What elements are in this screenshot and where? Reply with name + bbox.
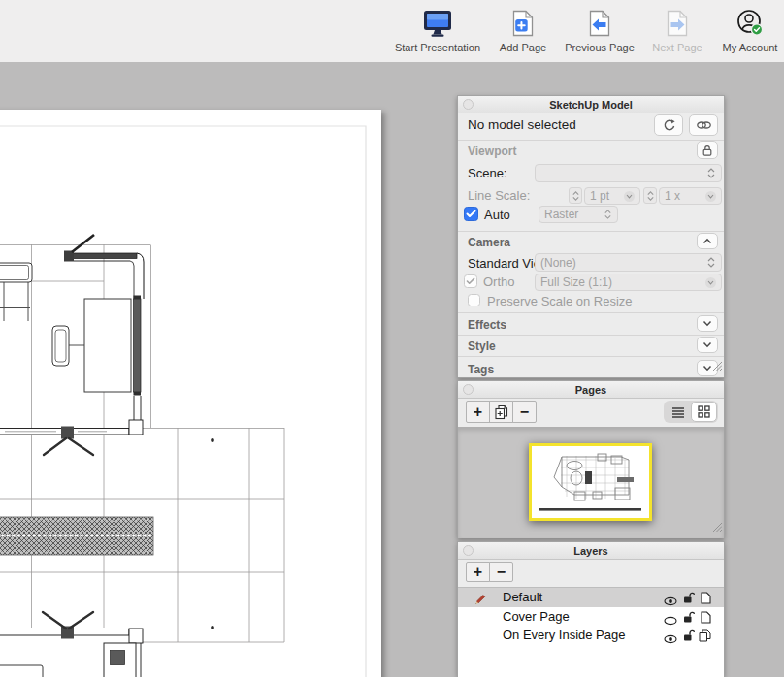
camera-collapse-button[interactable] [697, 233, 718, 249]
minus-icon: − [497, 564, 506, 580]
start-presentation-label: Start Presentation [375, 42, 501, 53]
layer-row-cover-page[interactable]: Cover Page [458, 607, 724, 627]
previous-page-label: Previous Page [557, 42, 642, 53]
layer-name: On Every Inside Page [503, 628, 625, 642]
viewport-section-label: Viewport [468, 145, 516, 158]
layers-panel-header: Layers [458, 542, 724, 560]
refresh-model-button[interactable] [654, 114, 683, 136]
stepper-icon [706, 167, 716, 179]
layers-panel-title: Layers [573, 545, 607, 557]
remove-layer-button[interactable]: − [489, 562, 513, 582]
scene-label: Scene: [468, 166, 506, 180]
standard-view-select[interactable]: (None) [535, 253, 722, 272]
layer-row-default[interactable]: Default [458, 588, 724, 607]
layers-panel: Layers + − Default [457, 541, 725, 677]
render-mode-select[interactable]: Raster [539, 206, 618, 223]
add-page-label: Add Page [491, 42, 555, 53]
layer-list: Default [458, 587, 724, 677]
panel-resize-grip[interactable] [712, 519, 722, 536]
preserve-scale-label: Preserve Scale on Resize [487, 294, 633, 308]
remove-page-button[interactable]: − [512, 401, 537, 423]
next-page-button[interactable]: Next Page [646, 8, 708, 53]
style-expand-button[interactable] [697, 337, 718, 353]
ortho-scale-value: Full Size (1:1) [540, 275, 612, 289]
auto-checkbox[interactable] [464, 207, 478, 221]
panel-collapse-circle[interactable] [463, 99, 474, 110]
previous-page-button[interactable]: Previous Page [557, 8, 642, 53]
page-thumbnail-area[interactable] [458, 427, 724, 538]
model-status-text: No model selected [468, 117, 576, 132]
sketchup-model-panel-title: SketchUp Model [549, 99, 633, 111]
check-icon [466, 210, 476, 218]
list-view-button[interactable] [665, 402, 691, 422]
add-page-icon [491, 8, 555, 39]
style-section-label: Style [468, 339, 496, 353]
viewport-lock-button[interactable] [697, 141, 718, 159]
line-scale-stepper[interactable] [643, 187, 657, 204]
plus-icon: + [474, 404, 482, 420]
chevron-down-icon [702, 320, 712, 327]
layer-row-on-every-inside-page[interactable]: On Every Inside Page [458, 626, 724, 645]
duplicate-page-icon [494, 404, 509, 420]
layer-unlocked-icon[interactable] [682, 591, 695, 608]
panel-collapse-circle[interactable] [463, 384, 474, 395]
pages-panel-title: Pages [575, 384, 606, 396]
page-thumbnail-plan [532, 446, 649, 518]
page-thumbnail-selected[interactable] [529, 443, 652, 521]
chevron-down-icon [705, 277, 716, 288]
relink-model-button[interactable] [689, 114, 718, 136]
sketchup-model-panel: SketchUp Model No model selected Viewpor… [457, 95, 725, 378]
grid-view-icon [698, 405, 710, 418]
scene-select[interactable] [535, 164, 722, 182]
line-scale-field[interactable]: 1 x [659, 187, 722, 205]
layer-page-icon[interactable] [701, 610, 711, 628]
grid-view-button[interactable] [691, 402, 717, 422]
previous-page-icon [557, 8, 642, 39]
panel-resize-grip[interactable] [712, 358, 722, 375]
effects-expand-button[interactable] [697, 315, 718, 332]
line-scale-label: Line Scale: [468, 188, 530, 203]
chevron-down-icon [702, 365, 712, 371]
layer-name: Cover Page [503, 609, 570, 624]
layer-page-icon[interactable] [701, 591, 711, 608]
my-account-label: My Account [716, 42, 784, 53]
line-weight-stepper[interactable] [569, 187, 582, 204]
render-mode-value: Raster [544, 208, 578, 221]
stepper-icon [706, 256, 716, 269]
plus-icon: + [474, 564, 482, 580]
start-presentation-button[interactable]: Start Presentation [375, 8, 501, 53]
layer-shared-pages-icon[interactable] [699, 629, 711, 646]
add-layer-button[interactable]: + [466, 562, 490, 582]
ortho-scale-select[interactable]: Full Size (1:1) [535, 274, 722, 291]
list-view-icon [671, 406, 685, 418]
pages-panel: Pages + − [457, 380, 725, 538]
preserve-scale-checkbox[interactable] [468, 294, 480, 306]
stepper-icon [604, 209, 612, 220]
link-icon [696, 119, 712, 131]
presentation-monitor-icon [375, 8, 501, 39]
sketchup-model-panel-header: SketchUp Model [458, 96, 724, 113]
stepper-icon [646, 190, 655, 202]
duplicate-page-button[interactable] [489, 401, 513, 423]
lock-icon [701, 144, 714, 157]
refresh-icon [662, 118, 675, 132]
pages-panel-header: Pages [458, 381, 724, 399]
effects-section-label: Effects [468, 318, 506, 332]
main-toolbar: Start Presentation Add Page [0, 0, 784, 62]
chevron-down-icon [702, 341, 712, 348]
my-account-button[interactable]: My Account [716, 8, 784, 53]
layer-unlocked-icon[interactable] [682, 610, 695, 628]
line-weight-field[interactable]: 1 pt [584, 187, 640, 205]
auto-label: Auto [484, 208, 510, 222]
add-page-button[interactable]: Add Page [491, 8, 555, 53]
layer-unlocked-icon[interactable] [682, 629, 695, 646]
layout-app-window: Start Presentation Add Page [0, 0, 784, 677]
ortho-checkbox[interactable] [464, 274, 477, 288]
add-page-list-button[interactable]: + [466, 401, 490, 423]
check-icon [466, 277, 475, 285]
layer-visible-icon[interactable] [664, 630, 677, 648]
panel-collapse-circle[interactable] [463, 545, 474, 556]
chevron-down-icon [705, 191, 716, 202]
tags-section-label: Tags [468, 363, 494, 376]
chevron-up-icon [702, 238, 712, 244]
